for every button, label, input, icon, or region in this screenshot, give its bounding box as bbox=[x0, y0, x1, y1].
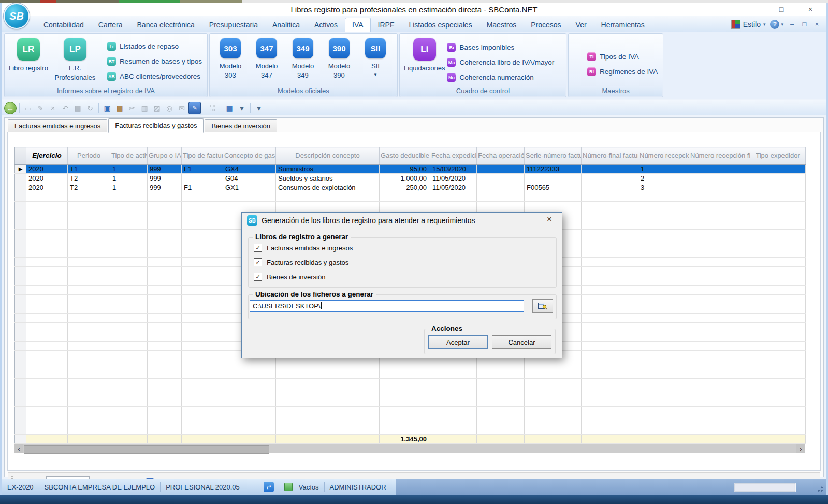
back-icon[interactable]: ← bbox=[4, 102, 17, 114]
ribbon-item-regimenes-de-iva[interactable]: RIRegímenes de IVA bbox=[587, 67, 658, 76]
estilo-button[interactable]: Estilo ▾ bbox=[731, 20, 766, 29]
column-header-gasto-deducible[interactable]: Gasto deducible bbox=[380, 147, 430, 165]
row-indicator bbox=[15, 174, 26, 183]
dialog-sb-icon: SB bbox=[247, 215, 257, 226]
status-empty-label: Vacíos bbox=[294, 483, 324, 491]
copy-icon[interactable]: ▣ bbox=[101, 102, 113, 114]
toolbar-options-icon[interactable]: ▾ bbox=[253, 102, 265, 114]
menu-tab-presupuestaria[interactable]: Presupuestaria bbox=[202, 18, 265, 32]
menu-tab-banca-electronica[interactable]: Banca electrónica bbox=[130, 18, 202, 32]
menu-tab-ver[interactable]: Ver bbox=[569, 18, 594, 32]
close-button[interactable]: × bbox=[806, 5, 815, 13]
view-tab-bienes-de-inversion[interactable]: Bienes de inversión bbox=[205, 119, 277, 132]
column-header-ejercicio[interactable]: Ejercicio bbox=[26, 147, 68, 165]
column-header-tipo-expedidor[interactable]: Tipo expedidor bbox=[750, 147, 806, 165]
window-layout-icon[interactable]: ▦ bbox=[224, 102, 235, 114]
browse-button[interactable] bbox=[532, 299, 553, 313]
ribbon-item-listados-de-repaso[interactable]: LiListados de repaso bbox=[107, 42, 202, 51]
grid-cell: F1 bbox=[182, 183, 223, 192]
ribbon-item-resumen-de-bases-y-tipos[interactable]: BTResumen de bases y tipos bbox=[107, 57, 202, 66]
empty-row bbox=[15, 360, 806, 369]
table-row[interactable]: ▶2020T11999F1GX4Suministros95,0015/03/20… bbox=[15, 165, 806, 174]
ribbon-restore-button[interactable]: □ bbox=[801, 20, 808, 28]
ribbon-item-abc-clientes-proveedores[interactable]: ABABC clientes/proveedores bbox=[107, 72, 202, 81]
ribbon-item-l-r-profesionales[interactable]: LPL.R. Profesionales bbox=[50, 38, 100, 82]
view-tab-facturas-recibidas-y-gastos[interactable]: Facturas recibidas y gastos bbox=[108, 118, 204, 133]
menu-tab-irpf[interactable]: IRPF bbox=[371, 18, 402, 32]
column-header-numero-recepcion[interactable]: Número recepción bbox=[638, 147, 689, 165]
column-header-fecha-expedicion[interactable]: Fecha expedición bbox=[430, 147, 477, 165]
location-input[interactable]: C:\USERS\DESKTOP\ bbox=[250, 300, 524, 312]
design-icon[interactable]: ✎ bbox=[188, 102, 201, 114]
toolbar-separator bbox=[204, 103, 204, 113]
maximize-button[interactable]: □ bbox=[777, 5, 786, 13]
grid-cell: T2 bbox=[68, 183, 110, 192]
estilo-palette-icon bbox=[731, 20, 740, 29]
ribbon-item-tipos-de-iva[interactable]: TITipos de IVA bbox=[587, 52, 658, 61]
table-row[interactable]: 2020T21999F1GX1Consumos de explotación25… bbox=[15, 183, 806, 192]
checkbox-facturas-emitidas-e-ingresos[interactable]: ✓ bbox=[254, 244, 262, 252]
column-header-tipo-de-actividad[interactable]: Tipo de actividad bbox=[110, 147, 148, 165]
menu-tab-iva[interactable]: IVA bbox=[345, 18, 371, 32]
dialog-close-button[interactable]: × bbox=[543, 214, 556, 225]
menu-tab-activos[interactable]: Activos bbox=[307, 18, 345, 32]
ribbon-item-coherencia-numeracion[interactable]: NuCoherencia numeración bbox=[447, 73, 554, 82]
checkbox-row-facturas-emitidas-e-ingresos: ✓Facturas emitidas e ingresos bbox=[254, 244, 353, 252]
scroll-right-icon[interactable]: › bbox=[796, 444, 805, 453]
column-header-numero-recepcion-final[interactable]: Número recepción final bbox=[689, 147, 750, 165]
scrollbar-thumb[interactable] bbox=[24, 445, 269, 454]
cancel-button[interactable]: Cancelar bbox=[492, 335, 551, 349]
column-header-tipo-de-factura[interactable]: Tipo de factura bbox=[182, 147, 223, 165]
ribbon-item-modelo-347[interactable]: 347Modelo 347 bbox=[250, 38, 283, 80]
layout-dropdown-icon[interactable]: ▾ bbox=[236, 102, 248, 114]
status-segment-ex-2020: EX-2020 bbox=[2, 483, 39, 491]
quick-print-icon: ▨ bbox=[151, 102, 163, 114]
current-row-indicator: ▶ bbox=[15, 165, 26, 174]
listados-de-repaso-icon: Li bbox=[107, 42, 116, 51]
column-header-periodo[interactable]: Periodo bbox=[68, 147, 110, 165]
minimize-button[interactable]: – bbox=[748, 5, 757, 13]
grid-cell: 999 bbox=[148, 183, 182, 192]
ribbon-item-sii[interactable]: SIISII▾ bbox=[359, 38, 392, 80]
paste-icon[interactable]: ▤ bbox=[114, 102, 125, 114]
ribbon-item-modelo-303[interactable]: 303Modelo 303 bbox=[214, 38, 247, 80]
ribbon-group-maestros: TITipos de IVARIRegímenes de IVAMaestros bbox=[568, 33, 663, 97]
ribbon-item-libro-registro[interactable]: LRLibro registro bbox=[9, 38, 48, 82]
ribbon-item-modelo-390[interactable]: 390Modelo 390 bbox=[323, 38, 356, 80]
ribbon-minimize-button[interactable]: – bbox=[788, 20, 796, 28]
column-header-concepto-de-gasto[interactable]: Concepto de gasto bbox=[223, 147, 276, 165]
ribbon-close-button[interactable]: × bbox=[813, 20, 821, 28]
accept-button[interactable]: Aceptar bbox=[428, 335, 488, 349]
scroll-left-icon[interactable]: ‹ bbox=[14, 444, 23, 453]
ribbon-item-bases-imponibles[interactable]: BiBases imponibles bbox=[447, 43, 554, 52]
resize-grip-icon[interactable] bbox=[817, 485, 824, 493]
menu-tab-maestros[interactable]: Maestros bbox=[480, 18, 524, 32]
column-header-descripcion-concepto[interactable]: Descripción concepto bbox=[276, 147, 380, 165]
menu-tab-procesos[interactable]: Procesos bbox=[524, 18, 568, 32]
new-icon: ▭ bbox=[22, 102, 34, 114]
checkbox-facturas-recibidas-y-gastos[interactable]: ✓ bbox=[254, 258, 262, 266]
view-tab-facturas-emitidas-e-ingresos[interactable]: Facturas emitidas e ingresos bbox=[8, 119, 107, 132]
column-header-numero-final-factura[interactable]: Número-final factura bbox=[582, 147, 638, 165]
menu-tab-cartera[interactable]: Cartera bbox=[91, 18, 130, 32]
ribbon-item-liquidaciones[interactable]: LiLiquidaciones bbox=[404, 38, 445, 82]
column-header-grupo-o-iae[interactable]: Grupo o IAE bbox=[148, 147, 182, 165]
checkbox-bienes-de-inversion[interactable]: ✓ bbox=[254, 273, 262, 281]
ribbon-group-label: Maestros bbox=[569, 86, 662, 96]
menu-tab-contabilidad[interactable]: Contabilidad bbox=[36, 18, 91, 32]
ribbon-item-coherencia-libro-de-iva-mayor[interactable]: MaCoherencia libro de IVA/mayor bbox=[447, 58, 554, 67]
dialog-titlebar[interactable]: SB Generación de los libros de registro … bbox=[242, 213, 562, 228]
help-button[interactable]: ? ▾ bbox=[770, 20, 783, 29]
ribbon-item-modelo-349[interactable]: 349Modelo 349 bbox=[286, 38, 319, 80]
app-logo: SB bbox=[4, 3, 30, 29]
menu-tab-listados-especiales[interactable]: Listados especiales bbox=[401, 18, 479, 32]
column-header-serie-numero-factura[interactable]: Serie-número factura bbox=[525, 147, 582, 165]
menu-tab-herramientas[interactable]: Herramientas bbox=[594, 18, 652, 32]
table-row[interactable]: 2020T21999G04Sueldos y salarios1.000,001… bbox=[15, 174, 806, 183]
grid-cell: G04 bbox=[223, 174, 276, 183]
email-icon: ✉ bbox=[176, 102, 187, 114]
menu-tab-analitica[interactable]: Analitica bbox=[265, 18, 307, 32]
horizontal-scrollbar[interactable]: ‹ › bbox=[14, 444, 805, 453]
column-header-fecha-operacion[interactable]: Fecha operación bbox=[477, 147, 525, 165]
ribbon-group-cuadro-de-control: LiLiquidacionesBiBases imponiblesMaCoher… bbox=[399, 33, 566, 97]
